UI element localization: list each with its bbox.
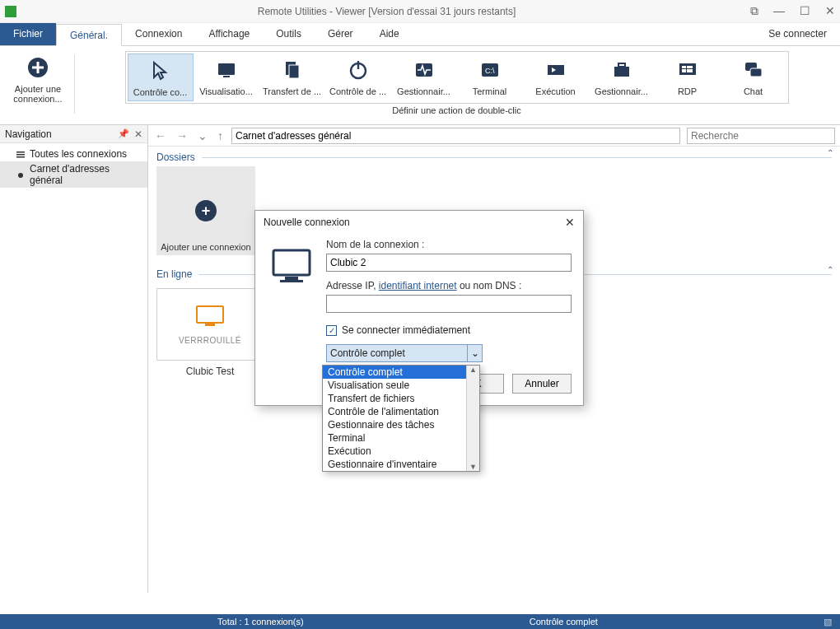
internet-id-link[interactable]: identifiant internet bbox=[379, 280, 457, 291]
dropdown-option[interactable]: Transfert de fichiers bbox=[323, 392, 479, 405]
dropdown-option[interactable]: Contrôle de l'alimentation bbox=[323, 405, 479, 418]
combo-value: Contrôle complet bbox=[330, 347, 405, 359]
nav-toolbar: ← → ⌄ ↑ bbox=[148, 125, 840, 147]
dialog-form: Nom de la connexion : Adresse IP, identi… bbox=[326, 239, 572, 362]
ribbon-gestionnaire-taches[interactable]: Gestionnair... bbox=[391, 54, 457, 101]
monitor-icon bbox=[213, 57, 240, 83]
tab-aide[interactable]: Aide bbox=[366, 23, 413, 45]
ribbon-execution[interactable]: Exécution bbox=[523, 54, 589, 101]
cancel-button[interactable]: Annuler bbox=[512, 374, 572, 394]
svg-rect-2 bbox=[32, 67, 44, 69]
svg-rect-30 bbox=[280, 280, 303, 282]
tab-outils[interactable]: Outils bbox=[263, 23, 315, 45]
monitor-icon bbox=[194, 304, 226, 331]
tab-file[interactable]: Fichier bbox=[0, 23, 56, 45]
dropdown-option[interactable]: Visualisation seule bbox=[323, 379, 479, 392]
tree-node-all[interactable]: Toutes les connexions bbox=[0, 147, 147, 161]
ribbon-terminal[interactable]: C:\ Terminal bbox=[457, 54, 523, 101]
collapse-enligne-icon[interactable]: ⌃ bbox=[827, 265, 833, 274]
briefcase-icon bbox=[609, 57, 635, 83]
mode-combobox[interactable]: Contrôle complet ⌄ bbox=[326, 344, 483, 362]
dropdown-option[interactable]: Gestionnaire des tâches bbox=[323, 418, 479, 431]
dropdown-option[interactable]: Contrôle complet bbox=[323, 366, 479, 379]
connect-now-checkbox[interactable]: ✓ Se connecter immédiatement bbox=[326, 324, 572, 336]
ribbon-controle-complet[interactable]: Contrôle co... bbox=[128, 54, 194, 101]
svg-rect-27 bbox=[205, 324, 215, 326]
restore-down-icon[interactable]: ⧉ bbox=[750, 4, 758, 18]
address-label: Adresse IP, identifiant internet ou nom … bbox=[326, 280, 572, 291]
dropdown-option[interactable]: Exécution bbox=[323, 445, 479, 458]
files-icon bbox=[279, 57, 306, 83]
ribbon-action-row: Contrôle co... Visualisatio... Transfert… bbox=[125, 51, 789, 104]
bullet-icon bbox=[16, 170, 25, 179]
svg-rect-19 bbox=[687, 69, 693, 72]
svg-rect-3 bbox=[218, 63, 235, 75]
collapse-dossiers-icon[interactable]: ⌃ bbox=[827, 148, 833, 157]
dialog-monitor-icon bbox=[267, 239, 316, 362]
svg-rect-18 bbox=[682, 69, 686, 72]
dialog-close-icon[interactable]: ✕ bbox=[565, 216, 575, 229]
section-dossiers: Dossiers bbox=[148, 147, 840, 166]
ribbon-separator bbox=[74, 54, 75, 114]
add-connection-button[interactable]: Ajouter une connexion... bbox=[8, 51, 68, 107]
dialog-title: Nouvelle connexion bbox=[264, 217, 350, 228]
svg-rect-23 bbox=[16, 154, 25, 156]
plus-circle-icon: + bbox=[195, 200, 217, 221]
status-bar: Total : 1 connexion(s) Contrôle complet … bbox=[0, 614, 840, 629]
svg-rect-14 bbox=[618, 63, 625, 67]
svg-rect-4 bbox=[223, 76, 230, 77]
tab-connexion[interactable]: Connexion bbox=[122, 23, 195, 45]
nav-tree: Toutes les connexions Carnet d'adresses … bbox=[0, 143, 147, 191]
dropdown-scrollbar[interactable]: ▲▼ bbox=[466, 366, 479, 471]
cursor-icon bbox=[147, 58, 174, 84]
window-buttons: ⧉ — ☐ ✕ bbox=[750, 4, 835, 18]
path-input[interactable] bbox=[231, 128, 680, 144]
minimize-icon[interactable]: — bbox=[773, 4, 785, 18]
se-connecter-link[interactable]: Se connecter bbox=[755, 23, 840, 45]
tab-affichage[interactable]: Affichage bbox=[195, 23, 263, 45]
dropdown-option[interactable]: Gestionnaire d'inventaire bbox=[323, 458, 479, 471]
add-connection-label-2: connexion... bbox=[13, 94, 62, 104]
address-input[interactable] bbox=[326, 295, 572, 313]
search-input[interactable] bbox=[687, 128, 835, 144]
chevron-down-icon: ⌄ bbox=[467, 345, 482, 361]
connection-card[interactable]: VERRROUILLÉ Clubic Test bbox=[156, 288, 264, 377]
nav-forward-icon[interactable]: → bbox=[175, 129, 189, 142]
ribbon: Ajouter une connexion... Contrôle co... … bbox=[0, 46, 840, 125]
svg-rect-17 bbox=[687, 66, 693, 68]
ribbon-group-actions: Contrôle co... Visualisatio... Transfert… bbox=[78, 49, 835, 117]
status-tray-icon[interactable]: ▧ bbox=[815, 617, 840, 627]
ribbon-visualisation[interactable]: Visualisatio... bbox=[194, 54, 259, 101]
nav-up-icon[interactable]: ↑ bbox=[216, 129, 225, 142]
windows-icon bbox=[674, 57, 701, 83]
tree-node-book[interactable]: Carnet d'adresses général bbox=[0, 161, 147, 188]
close-icon[interactable]: ✕ bbox=[825, 4, 835, 18]
ribbon-rdp[interactable]: RDP bbox=[655, 54, 721, 101]
tab-bar: Fichier Général. Connexion Affichage Out… bbox=[0, 23, 840, 46]
dropdown-option[interactable]: Terminal bbox=[323, 431, 479, 445]
connection-thumbnail: VERRROUILLÉ bbox=[156, 288, 264, 361]
terminal-icon: C:\ bbox=[477, 57, 503, 83]
nav-dropdown-icon[interactable]: ⌄ bbox=[196, 129, 209, 142]
ribbon-controle-alim[interactable]: Contrôle de ... bbox=[325, 54, 391, 101]
pin-icon[interactable]: 📌 bbox=[118, 128, 129, 139]
sidebar-close-icon[interactable]: ✕ bbox=[134, 128, 142, 140]
svg-rect-16 bbox=[682, 66, 686, 68]
add-connection-card[interactable]: + Ajouter une connexion bbox=[156, 166, 255, 255]
ribbon-gestionnaire-inv[interactable]: Gestionnair... bbox=[589, 54, 655, 101]
add-connection-caption: Ajouter une connexion bbox=[156, 242, 255, 252]
tab-gerer[interactable]: Gérer bbox=[315, 23, 366, 45]
maximize-icon[interactable]: ☐ bbox=[800, 4, 810, 18]
tab-general[interactable]: Général. bbox=[56, 24, 122, 46]
svg-rect-21 bbox=[750, 68, 762, 77]
heartbeat-icon bbox=[411, 57, 437, 83]
conn-name-label: Nom de la connexion : bbox=[326, 239, 572, 250]
ribbon-transfert[interactable]: Transfert de ... bbox=[259, 54, 325, 101]
checkbox-checked-icon: ✓ bbox=[326, 325, 337, 336]
ribbon-chat[interactable]: Chat bbox=[721, 54, 786, 101]
svg-text:C:\: C:\ bbox=[485, 67, 495, 75]
nav-back-icon[interactable]: ← bbox=[153, 129, 168, 142]
conn-name-input[interactable] bbox=[326, 254, 572, 272]
ribbon-group-add: Ajouter une connexion... bbox=[5, 49, 71, 109]
svg-point-25 bbox=[18, 173, 23, 178]
